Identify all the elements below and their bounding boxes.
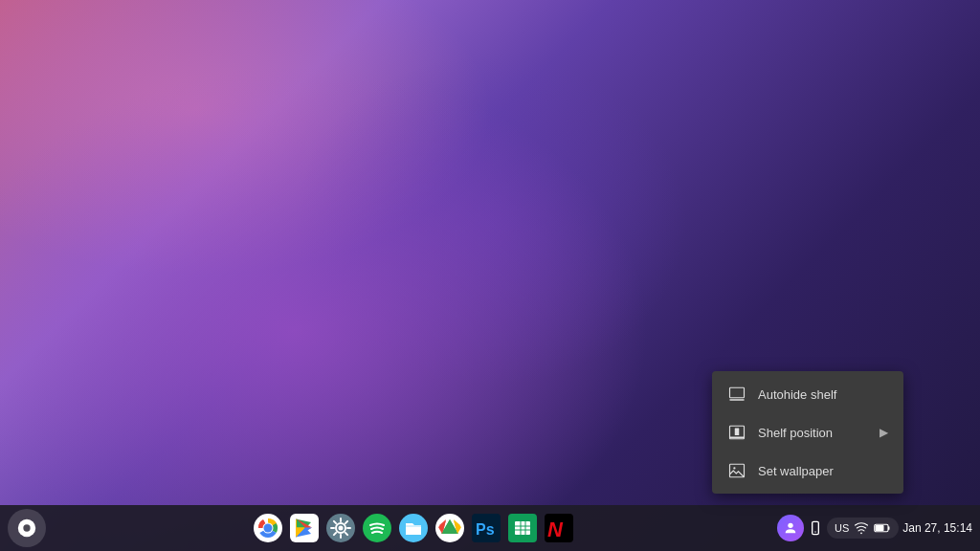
svg-point-8 xyxy=(23,524,30,531)
context-menu-item-shelf-position[interactable]: Shelf position ▶ xyxy=(712,413,903,452)
shelf-app-spotify[interactable] xyxy=(360,511,394,545)
autohide-icon xyxy=(727,385,746,404)
svg-rect-51 xyxy=(888,526,890,530)
shelf-app-playstore[interactable] xyxy=(287,511,322,545)
svg-rect-47 xyxy=(813,521,819,534)
svg-point-49 xyxy=(860,532,862,534)
system-tray: US Jan 27, 15:14 xyxy=(777,515,972,541)
shelf: Ps N xyxy=(0,505,980,551)
svg-rect-52 xyxy=(876,525,884,531)
clock[interactable]: Jan 27, 15:14 xyxy=(902,521,972,535)
svg-rect-39 xyxy=(515,521,530,535)
profile-avatar[interactable] xyxy=(777,515,804,541)
autohide-label: Autohide shelf xyxy=(758,387,836,402)
shelf-app-drive[interactable] xyxy=(433,511,467,545)
svg-rect-0 xyxy=(730,387,745,398)
desktop: Autohide shelf Shelf position ▶ xyxy=(0,0,980,551)
phone-icon[interactable] xyxy=(808,520,823,536)
shelf-position-icon xyxy=(727,423,746,442)
shelf-app-sheets[interactable] xyxy=(505,511,540,545)
launcher-button[interactable] xyxy=(8,509,46,547)
context-menu: Autohide shelf Shelf position ▶ xyxy=(712,371,903,494)
shelf-app-netflix[interactable]: N xyxy=(542,511,576,545)
network-label: US xyxy=(835,522,849,534)
svg-point-12 xyxy=(263,524,272,533)
datetime-label: Jan 27, 15:14 xyxy=(902,521,972,535)
svg-point-19 xyxy=(338,526,343,531)
shelf-app-chrome[interactable] xyxy=(251,511,285,545)
wallpaper-icon xyxy=(727,461,746,480)
shelf-app-settings[interactable] xyxy=(323,511,358,545)
shelf-app-icons: Ps N xyxy=(251,511,576,545)
svg-text:N: N xyxy=(547,518,564,541)
svg-rect-4 xyxy=(735,429,740,436)
svg-point-46 xyxy=(788,523,792,528)
wallpaper-label: Set wallpaper xyxy=(758,464,834,478)
shelf-position-arrow: ▶ xyxy=(880,426,888,439)
battery-icon xyxy=(874,521,891,535)
svg-text:Ps: Ps xyxy=(476,521,495,538)
shelf-app-photoshop[interactable]: Ps xyxy=(469,511,503,545)
context-menu-item-autohide[interactable]: Autohide shelf xyxy=(712,375,903,413)
shelf-app-files[interactable] xyxy=(396,511,431,545)
tray-cluster[interactable]: US xyxy=(827,518,899,539)
shelf-position-label: Shelf position xyxy=(758,426,833,440)
context-menu-item-wallpaper[interactable]: Set wallpaper xyxy=(712,452,903,490)
svg-point-48 xyxy=(814,531,815,532)
wifi-icon xyxy=(855,521,868,535)
svg-point-6 xyxy=(733,467,735,469)
